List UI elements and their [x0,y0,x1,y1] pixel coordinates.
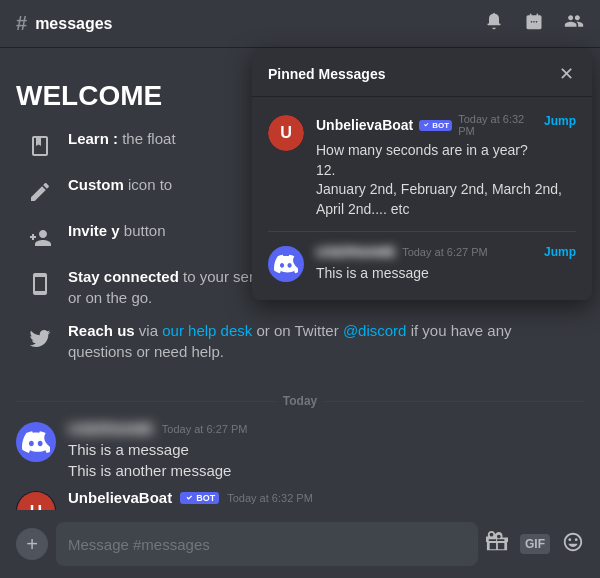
pinned-message-content: USERNAME Today at 6:27 PM Jump This is a… [316,244,576,284]
pinned-msg-header: USERNAME Today at 6:27 PM Jump [316,244,576,260]
divider-label: Today [283,394,317,408]
message-username: USERNAME [68,420,154,437]
message-timestamp: Today at 6:27 PM [162,423,248,435]
divider-line-left [16,401,275,402]
date-divider: Today [0,386,600,416]
input-bar: + GIF [0,510,600,578]
channel-title: messages [35,15,112,33]
pinned-username: USERNAME [316,244,396,260]
message-input[interactable] [56,522,478,566]
pin-icon[interactable] [524,11,544,36]
svg-text:U: U [280,123,292,141]
message-timestamp: Today at 6:32 PM [227,492,313,504]
bot-badge: BOT [419,120,452,131]
avatar [268,246,304,282]
learn-text: Learn : the float [68,128,176,149]
twitter-icon [24,322,56,354]
pinned-text: This is a message [316,264,576,284]
avatar: U [268,115,304,151]
notifications-icon[interactable] [484,11,504,36]
reach-text: Reach us via our help desk or on Twitter… [68,320,576,362]
top-bar-icons [484,11,584,36]
avatar [16,422,56,462]
person-add-icon [24,222,56,254]
pinned-messages-panel: Pinned Messages ✕ U UnbelievaBoat BOT To… [252,48,592,300]
welcome-item-reach: Reach us via our help desk or on Twitter… [24,320,576,362]
pinned-msg-header: UnbelievaBoat BOT Today at 6:32 PM Jump [316,113,576,137]
table-row: U UnbelievaBoat BOT Today at 6:32 PM How… [0,485,600,510]
table-row: USERNAME Today at 6:27 PM This is a mess… [0,416,600,485]
message-header: UnbelievaBoat BOT Today at 6:32 PM [68,489,584,506]
list-item: USERNAME Today at 6:27 PM Jump This is a… [252,236,592,292]
message-content: USERNAME Today at 6:27 PM This is a mess… [68,420,584,481]
svg-text:U: U [30,502,42,510]
close-button[interactable]: ✕ [556,64,576,84]
pinned-message-content: UnbelievaBoat BOT Today at 6:32 PM Jump … [316,113,576,219]
members-icon[interactable] [564,11,584,36]
message-username: UnbelievaBoat [68,489,172,506]
phone-icon [24,268,56,300]
pinned-messages-list: U UnbelievaBoat BOT Today at 6:32 PM Jum… [252,97,592,300]
message-header: USERNAME Today at 6:27 PM [68,420,584,437]
message-text: This is a message [68,439,584,460]
pinned-header: Pinned Messages ✕ [252,48,592,97]
pinned-timestamp: Today at 6:32 PM [458,113,538,137]
pinned-divider [268,231,576,232]
jump-link[interactable]: Jump [544,113,576,128]
gif-button[interactable]: GIF [520,534,550,554]
bot-badge: BOT [180,492,219,504]
input-icons: GIF [486,531,584,558]
gift-icon[interactable] [486,531,508,558]
pinned-title: Pinned Messages [268,66,386,82]
pinned-username: UnbelievaBoat [316,117,413,133]
book-icon [24,130,56,162]
message-text-2: This is another message [68,460,584,481]
emoji-icon[interactable] [562,531,584,558]
divider-line-right [325,401,584,402]
jump-link[interactable]: Jump [544,244,576,259]
pinned-text: How many seconds are in a year? 12. Janu… [316,141,576,219]
top-bar: # messages [0,0,600,48]
customize-text: Custom icon to [68,174,172,195]
hash-icon: # [16,12,27,35]
add-button[interactable]: + [16,528,48,560]
pinned-timestamp: Today at 6:27 PM [402,246,488,258]
avatar: U [16,491,56,510]
invite-text: Invite y button [68,220,166,241]
pencil-icon [24,176,56,208]
channel-name: # messages [16,12,113,35]
list-item: U UnbelievaBoat BOT Today at 6:32 PM Jum… [252,105,592,227]
message-content: UnbelievaBoat BOT Today at 6:32 PM How m… [68,489,584,510]
